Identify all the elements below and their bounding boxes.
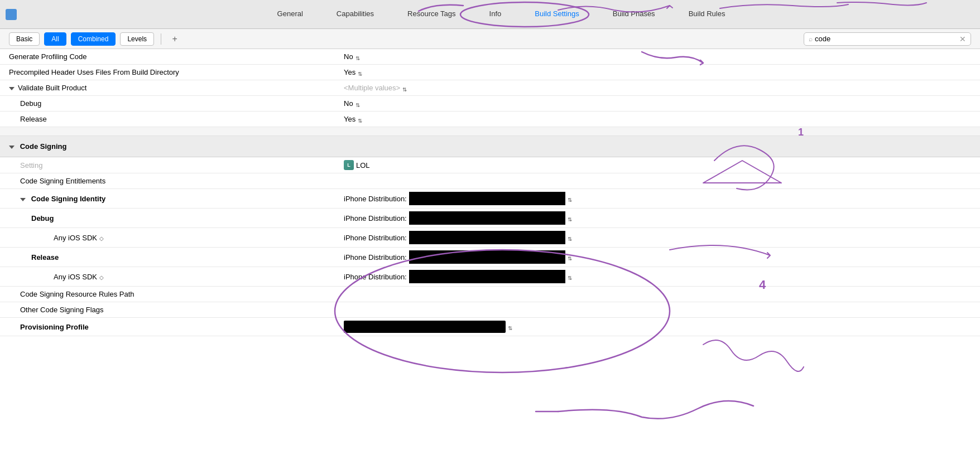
expand-icon[interactable] bbox=[20, 198, 26, 201]
all-filter-btn[interactable]: All bbox=[44, 32, 66, 46]
combined-filter-btn[interactable]: Combined bbox=[71, 32, 116, 46]
table-row: Code Signing Identity iPhone Distributio… bbox=[0, 189, 980, 209]
section-gap bbox=[0, 127, 980, 136]
setting-value[interactable]: No bbox=[344, 50, 971, 64]
table-row: Code Signing Entitlements bbox=[0, 173, 980, 189]
table-row: Code Signing Resource Rules Path bbox=[0, 287, 980, 302]
stepper-icon[interactable] bbox=[356, 100, 362, 107]
setting-name: Setting bbox=[9, 158, 344, 172]
setting-name: Validate Built Product bbox=[9, 81, 344, 95]
stepper-icon[interactable] bbox=[402, 85, 409, 91]
table-row: Generate Profiling Code No bbox=[0, 49, 980, 65]
filter-separator bbox=[161, 33, 161, 45]
nav-tabs: General Capabilities Resource Tags Info … bbox=[28, 0, 974, 29]
table-row: Validate Built Product <Multiple values> bbox=[0, 80, 980, 96]
setting-name: Precompiled Header Uses Files From Build… bbox=[9, 65, 344, 79]
table-row: Release iPhone Distribution: bbox=[0, 248, 980, 267]
redacted-value bbox=[409, 250, 565, 264]
section-expand-icon[interactable] bbox=[9, 146, 15, 149]
search-clear-btn[interactable]: ✕ bbox=[959, 35, 966, 43]
value-text: Yes bbox=[344, 68, 356, 76]
setting-value[interactable] bbox=[344, 178, 971, 184]
stepper-icon[interactable] bbox=[568, 254, 574, 260]
setting-name: Debug bbox=[9, 96, 344, 110]
provisioning-redacted bbox=[344, 321, 506, 333]
setting-name: Debug bbox=[9, 211, 344, 225]
setting-value[interactable]: Yes bbox=[344, 65, 971, 79]
setting-name: Code Signing Resource Rules Path bbox=[9, 287, 344, 301]
setting-value[interactable] bbox=[344, 307, 971, 313]
stepper-icon[interactable] bbox=[356, 54, 362, 60]
value-text: Yes bbox=[344, 115, 356, 123]
setting-name: Release bbox=[9, 112, 344, 126]
setting-name: Code Signing Entitlements bbox=[9, 174, 344, 188]
stepper-icon[interactable] bbox=[568, 215, 574, 221]
setting-value[interactable]: <Multiple values> bbox=[344, 81, 971, 95]
table-row: Release Yes bbox=[0, 112, 980, 127]
setting-name: Other Code Signing Flags bbox=[9, 303, 344, 317]
tab-info[interactable]: Info bbox=[473, 0, 518, 29]
redacted-value bbox=[409, 192, 565, 205]
table-row: Debug No bbox=[0, 96, 980, 112]
redacted-value bbox=[409, 211, 565, 225]
top-nav-bar: General Capabilities Resource Tags Info … bbox=[0, 0, 980, 29]
setting-value[interactable] bbox=[344, 318, 971, 336]
value-text: iPhone Distribution: bbox=[344, 195, 407, 203]
redacted-value bbox=[409, 231, 565, 244]
table-row: Precompiled Header Uses Files From Build… bbox=[0, 65, 980, 80]
setting-value[interactable]: iPhone Distribution: bbox=[344, 267, 971, 286]
setting-name: Provisioning Profile bbox=[9, 320, 344, 334]
table-row: Other Code Signing Flags bbox=[0, 302, 980, 318]
add-setting-btn[interactable]: + bbox=[168, 32, 181, 46]
lol-badge: L LOL bbox=[344, 160, 370, 170]
stepper-icon[interactable] bbox=[358, 116, 364, 123]
value-text: iPhone Distribution: bbox=[344, 253, 407, 262]
search-icon: ⌕ bbox=[809, 35, 813, 43]
basic-filter-btn[interactable]: Basic bbox=[9, 32, 40, 46]
setting-value: L LOL bbox=[344, 157, 971, 173]
stepper-icon[interactable] bbox=[568, 273, 574, 280]
tab-resource-tags[interactable]: Resource Tags bbox=[391, 0, 472, 29]
levels-filter-btn[interactable]: Levels bbox=[120, 32, 154, 46]
setting-value[interactable]: iPhone Distribution: bbox=[344, 228, 971, 247]
code-signing-section-header: Code Signing bbox=[0, 136, 980, 157]
stepper-icon[interactable] bbox=[358, 69, 364, 76]
table-row: Any iOS SDK ◇ iPhone Distribution: bbox=[0, 267, 980, 287]
setting-value[interactable]: Yes bbox=[344, 112, 971, 126]
setting-value[interactable] bbox=[344, 292, 971, 297]
tab-capabilities[interactable]: Capabilities bbox=[320, 0, 391, 29]
value-text: iPhone Distribution: bbox=[344, 234, 407, 242]
tab-build-settings[interactable]: Build Settings bbox=[518, 0, 596, 29]
search-area: ⌕ ✕ bbox=[804, 32, 971, 46]
value-text: No bbox=[344, 52, 353, 61]
table-row: Any iOS SDK ◇ iPhone Distribution: bbox=[0, 228, 980, 248]
project-icon bbox=[6, 9, 17, 20]
value-text: iPhone Distribution: bbox=[344, 273, 407, 281]
settings-content: Generate Profiling Code No Precompiled H… bbox=[0, 49, 980, 455]
stepper-icon[interactable] bbox=[508, 323, 515, 330]
filter-bar: Basic All Combined Levels + ⌕ ✕ bbox=[0, 29, 980, 49]
setting-name: Release bbox=[9, 250, 344, 264]
setting-value[interactable]: iPhone Distribution: bbox=[344, 209, 971, 228]
section-title: Code Signing bbox=[9, 139, 344, 153]
lol-text: LOL bbox=[356, 161, 370, 170]
setting-value[interactable]: iPhone Distribution: bbox=[344, 189, 971, 208]
lol-icon: L bbox=[344, 160, 354, 170]
tab-build-phases[interactable]: Build Phases bbox=[596, 0, 672, 29]
setting-name: Any iOS SDK ◇ bbox=[9, 231, 344, 245]
tab-general[interactable]: General bbox=[261, 0, 320, 29]
setting-name: Generate Profiling Code bbox=[9, 50, 344, 64]
search-input[interactable] bbox=[815, 35, 954, 43]
setting-value[interactable]: iPhone Distribution: bbox=[344, 248, 971, 267]
redacted-value bbox=[409, 270, 565, 283]
value-text: iPhone Distribution: bbox=[344, 214, 407, 222]
tab-build-rules[interactable]: Build Rules bbox=[672, 0, 742, 29]
setting-name: Any iOS SDK ◇ bbox=[9, 270, 344, 284]
stepper-icon[interactable] bbox=[568, 195, 574, 202]
expand-icon[interactable] bbox=[9, 87, 15, 90]
table-row: Debug iPhone Distribution: bbox=[0, 209, 980, 228]
setting-value[interactable]: No bbox=[344, 96, 971, 110]
table-row: Setting L LOL bbox=[0, 157, 980, 173]
setting-name: Code Signing Identity bbox=[9, 192, 344, 206]
stepper-icon[interactable] bbox=[568, 234, 574, 241]
